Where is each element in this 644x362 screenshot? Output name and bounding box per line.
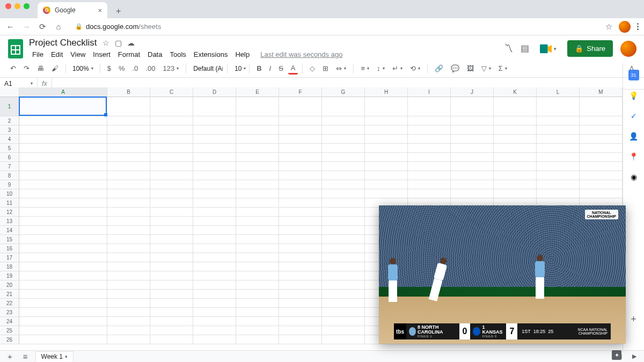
cell[interactable]: [580, 153, 623, 162]
activity-icon[interactable]: 〽: [504, 43, 513, 54]
bold-icon[interactable]: B: [254, 63, 264, 74]
col-header[interactable]: A: [19, 87, 107, 97]
cell[interactable]: [107, 299, 150, 308]
cell[interactable]: [19, 180, 107, 189]
contacts-icon[interactable]: 👤: [628, 131, 639, 142]
row-header[interactable]: 20: [0, 280, 19, 290]
sheet-tab-menu-icon[interactable]: ▾: [65, 354, 68, 359]
cell[interactable]: [322, 326, 365, 335]
merge-icon[interactable]: ⇔: [333, 63, 349, 74]
cell[interactable]: [322, 290, 365, 299]
cell[interactable]: [451, 125, 494, 135]
cell[interactable]: [236, 317, 279, 326]
cell[interactable]: [193, 171, 236, 180]
cell[interactable]: [193, 162, 236, 171]
cell[interactable]: [150, 290, 193, 299]
row-header[interactable]: 12: [0, 208, 19, 217]
cell[interactable]: [279, 171, 322, 180]
cell[interactable]: [408, 180, 451, 189]
cell[interactable]: [236, 217, 279, 226]
cell[interactable]: [408, 189, 451, 198]
cell[interactable]: [580, 135, 623, 144]
cell[interactable]: [236, 171, 279, 180]
tab-close-icon[interactable]: ×: [98, 6, 102, 14]
cell[interactable]: [537, 116, 580, 125]
cell[interactable]: [279, 317, 322, 326]
row-header[interactable]: 3: [0, 125, 19, 135]
cell[interactable]: [193, 116, 236, 125]
cell[interactable]: [19, 125, 107, 135]
cell[interactable]: [408, 125, 451, 135]
cell[interactable]: [236, 326, 279, 335]
row-header[interactable]: 10: [0, 189, 19, 198]
cell[interactable]: [193, 271, 236, 280]
cell[interactable]: [107, 235, 150, 244]
cell[interactable]: [322, 235, 365, 244]
cell[interactable]: [236, 116, 279, 125]
cell[interactable]: [322, 144, 365, 153]
cell[interactable]: [107, 335, 150, 344]
filter-icon[interactable]: ▽: [479, 63, 494, 74]
cell[interactable]: [236, 97, 279, 116]
comments-icon[interactable]: ▤: [521, 43, 529, 54]
cell[interactable]: [236, 125, 279, 135]
cell[interactable]: [451, 189, 494, 198]
cell[interactable]: [19, 97, 107, 116]
decrease-decimal-icon[interactable]: .0: [130, 63, 141, 74]
cell[interactable]: [236, 235, 279, 244]
cell[interactable]: [451, 180, 494, 189]
cell[interactable]: [19, 308, 107, 317]
cell[interactable]: [236, 253, 279, 262]
cell[interactable]: [150, 335, 193, 344]
cell[interactable]: [236, 271, 279, 280]
cell[interactable]: [19, 171, 107, 180]
cell[interactable]: [494, 153, 537, 162]
menu-data[interactable]: Data: [144, 49, 165, 60]
cell[interactable]: [150, 180, 193, 189]
profile-avatar-small[interactable]: [619, 21, 631, 33]
cell[interactable]: [365, 153, 408, 162]
font-select[interactable]: Default (Ari...: [191, 63, 223, 74]
col-header[interactable]: K: [494, 87, 537, 97]
cell[interactable]: [107, 153, 150, 162]
col-header[interactable]: L: [537, 87, 580, 97]
cell[interactable]: [150, 171, 193, 180]
add-sheet-button[interactable]: +: [4, 352, 16, 361]
cell[interactable]: [19, 317, 107, 326]
wrap-icon[interactable]: ↵: [390, 63, 405, 74]
cell[interactable]: [193, 125, 236, 135]
cell[interactable]: [193, 253, 236, 262]
cell[interactable]: [107, 290, 150, 299]
cell[interactable]: [236, 144, 279, 153]
cell[interactable]: [107, 226, 150, 235]
last-edit-status[interactable]: Last edit was seconds ago: [257, 49, 346, 60]
cell[interactable]: [537, 189, 580, 198]
cell[interactable]: [279, 180, 322, 189]
cell[interactable]: [322, 208, 365, 217]
cell[interactable]: [279, 116, 322, 125]
cell[interactable]: [193, 290, 236, 299]
cell[interactable]: [408, 144, 451, 153]
cell[interactable]: [107, 308, 150, 317]
cell[interactable]: [537, 125, 580, 135]
window-maximize-icon[interactable]: [24, 3, 30, 9]
redo-icon[interactable]: ↷: [21, 63, 32, 74]
cell[interactable]: [236, 290, 279, 299]
meet-button[interactable]: ▾: [537, 42, 560, 56]
cell[interactable]: [580, 180, 623, 189]
menu-extensions[interactable]: Extensions: [191, 49, 231, 60]
cell[interactable]: [537, 97, 580, 116]
row-header[interactable]: 15: [0, 235, 19, 244]
cell[interactable]: [236, 153, 279, 162]
cell[interactable]: [193, 97, 236, 116]
col-header[interactable]: D: [193, 87, 236, 97]
percent-icon[interactable]: %: [116, 63, 128, 74]
cell[interactable]: [150, 299, 193, 308]
cell[interactable]: [279, 135, 322, 144]
cell[interactable]: [193, 180, 236, 189]
row-header[interactable]: 24: [0, 317, 19, 326]
cell[interactable]: [279, 189, 322, 198]
cell[interactable]: [19, 280, 107, 290]
menu-edit[interactable]: Edit: [48, 49, 66, 60]
row-header[interactable]: 26: [0, 335, 19, 344]
